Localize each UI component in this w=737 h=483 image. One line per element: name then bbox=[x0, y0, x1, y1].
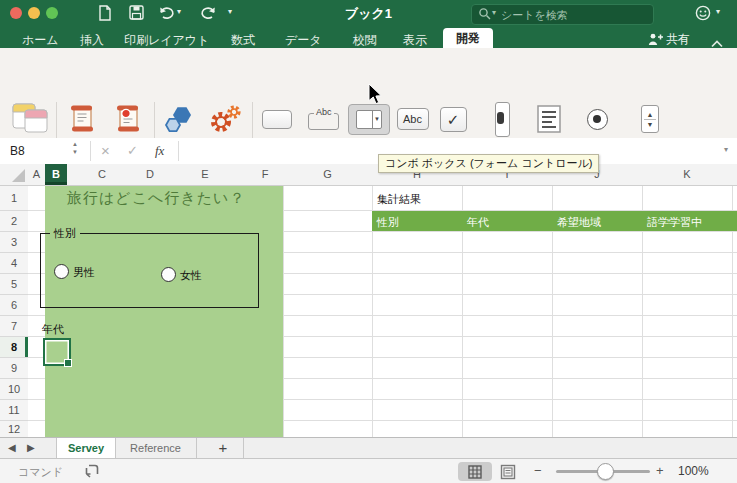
gender-group-label: 性別 bbox=[50, 226, 80, 241]
row-header-2[interactable]: 2 bbox=[0, 211, 29, 232]
row-header-4[interactable]: 4 bbox=[0, 253, 29, 274]
row-header-10[interactable]: 10 bbox=[0, 379, 29, 400]
divider bbox=[243, 438, 244, 459]
record-macro-icon bbox=[113, 100, 143, 138]
search-placeholder: シートを検索 bbox=[501, 8, 568, 23]
radio-female-label[interactable]: 女性 bbox=[180, 268, 202, 283]
row-header-6[interactable]: 6 bbox=[0, 295, 29, 316]
optionbutton-control-icon bbox=[587, 100, 608, 138]
row-header-5[interactable]: 5 bbox=[0, 274, 29, 295]
search-icon bbox=[478, 7, 492, 25]
feedback-caret-icon[interactable]: ▾ bbox=[716, 7, 720, 16]
radio-male[interactable] bbox=[54, 264, 69, 279]
share-button[interactable]: 共有 bbox=[666, 31, 690, 48]
divider bbox=[196, 438, 197, 459]
expand-formula-bar-caret-icon[interactable]: ▾ bbox=[724, 145, 728, 154]
result-header-region[interactable]: 希望地域 bbox=[557, 215, 601, 230]
sheet-search-input[interactable]: ▾ シートを検索 bbox=[471, 4, 654, 25]
row-header-11[interactable]: 11 bbox=[0, 400, 29, 421]
gridline bbox=[283, 186, 284, 437]
spinbutton-control-icon: ▲ ▼ bbox=[641, 100, 659, 138]
radio-female[interactable] bbox=[161, 267, 176, 282]
selection-mode-icon[interactable] bbox=[84, 463, 100, 483]
combobox-control-icon: ▼ bbox=[356, 110, 382, 129]
column-header-partial[interactable] bbox=[732, 164, 737, 186]
excel-addins-gear-icon bbox=[207, 100, 243, 138]
sheet-tab-bar: ◀ ▶ Servey Reference + bbox=[0, 437, 737, 459]
search-scope-caret-icon[interactable]: ▾ bbox=[492, 8, 496, 17]
survey-title: 旅行はどこへ行きたい？ bbox=[67, 189, 245, 208]
age-label: 年代 bbox=[42, 322, 64, 337]
select-all-triangle-icon bbox=[12, 169, 25, 182]
checkbox-control-icon: ✓ bbox=[440, 100, 467, 138]
survey-form-area[interactable] bbox=[45, 186, 283, 437]
result-header-gender[interactable]: 性別 bbox=[377, 215, 399, 230]
sheet-tab-servey[interactable]: Servey bbox=[57, 438, 116, 459]
column-header-c[interactable]: C bbox=[67, 164, 138, 186]
scrollbar-control-icon bbox=[495, 100, 510, 138]
normal-view-button[interactable] bbox=[458, 462, 492, 481]
row-header-7[interactable]: 7 bbox=[0, 316, 29, 337]
zoom-slider-knob[interactable] bbox=[597, 463, 614, 480]
column-header-e[interactable]: E bbox=[163, 164, 248, 186]
sheet-next-icon[interactable]: ▶ bbox=[27, 442, 35, 453]
zoom-out-icon[interactable]: − bbox=[534, 463, 542, 478]
addins-icon bbox=[162, 100, 194, 138]
column-header-f[interactable]: F bbox=[247, 164, 284, 186]
sheet-tab-reference[interactable]: Reference bbox=[116, 438, 195, 459]
column-header-g[interactable]: G bbox=[283, 164, 373, 186]
radio-male-label[interactable]: 男性 bbox=[73, 265, 95, 280]
mouse-cursor-icon bbox=[368, 84, 383, 110]
row-header-3[interactable]: 3 bbox=[0, 232, 29, 253]
divider bbox=[178, 141, 179, 161]
column-header-d[interactable]: D bbox=[137, 164, 164, 186]
result-title-cell[interactable]: 集計結果 bbox=[377, 192, 421, 207]
select-all-corner[interactable] bbox=[0, 164, 29, 186]
listbox-control-icon bbox=[536, 100, 562, 138]
row-header-12[interactable]: 12 bbox=[0, 421, 29, 438]
page-layout-view-icon[interactable] bbox=[500, 464, 516, 483]
grid-view-icon bbox=[468, 465, 482, 483]
zoom-level[interactable]: 100% bbox=[678, 464, 709, 478]
result-header-language[interactable]: 語学学習中 bbox=[647, 215, 702, 230]
sheet-prev-icon[interactable]: ◀ bbox=[8, 442, 16, 453]
name-box[interactable]: B8 bbox=[10, 144, 25, 158]
visual-basic-icon bbox=[12, 100, 48, 138]
formula-bar: B8 ▲▼ × ✓ fx ▾ bbox=[0, 138, 737, 165]
combobox-tooltip: コンボ ボックス (フォーム コントロール) bbox=[378, 154, 599, 173]
status-bar: コマンド − + 100% bbox=[0, 458, 737, 483]
row-header-9[interactable]: 9 bbox=[0, 358, 29, 379]
ribbon-tab-row: ホーム 挿入 印刷レイアウト 数式 データ 校閲 表示 開発 共有 bbox=[0, 27, 737, 48]
divider bbox=[90, 141, 91, 161]
fill-handle[interactable] bbox=[64, 359, 72, 367]
groupbox-control-icon: Abc bbox=[307, 100, 339, 138]
name-box-stepper[interactable]: ▲▼ bbox=[72, 141, 78, 155]
add-sheet-button[interactable]: + bbox=[210, 438, 236, 459]
macro-scroll-icon bbox=[67, 100, 97, 138]
column-header-k[interactable]: K bbox=[642, 164, 733, 186]
label-control-icon: Abc bbox=[397, 100, 429, 138]
zoom-in-icon[interactable]: + bbox=[656, 463, 664, 478]
status-mode-label: コマンド bbox=[18, 465, 63, 480]
title-bar: ▾ ▾ ブック1 ▾ シートを検索 ▾ bbox=[0, 0, 737, 27]
result-header-age[interactable]: 年代 bbox=[467, 215, 489, 230]
row-header-1[interactable]: 1 bbox=[0, 186, 29, 211]
cancel-entry-icon[interactable]: × bbox=[101, 142, 110, 159]
tab-developer[interactable]: 開発 bbox=[443, 28, 493, 48]
insert-function-icon[interactable]: fx bbox=[155, 143, 164, 159]
row-header-8[interactable]: 8 bbox=[0, 337, 29, 358]
excel-window: ▾ ▾ ブック1 ▾ シートを検索 ▾ ホーム 挿入 印刷レイアウト 数式 デー… bbox=[0, 0, 737, 483]
ribbon-developer: Visual Basic マクロ マクロ の記録 アド イン bbox=[0, 48, 737, 139]
column-header-a[interactable]: A bbox=[28, 164, 46, 186]
button-control-icon bbox=[262, 100, 292, 138]
column-header-b[interactable]: B bbox=[45, 164, 68, 186]
confirm-entry-icon[interactable]: ✓ bbox=[127, 143, 138, 158]
smiley-feedback-icon[interactable] bbox=[694, 4, 712, 26]
